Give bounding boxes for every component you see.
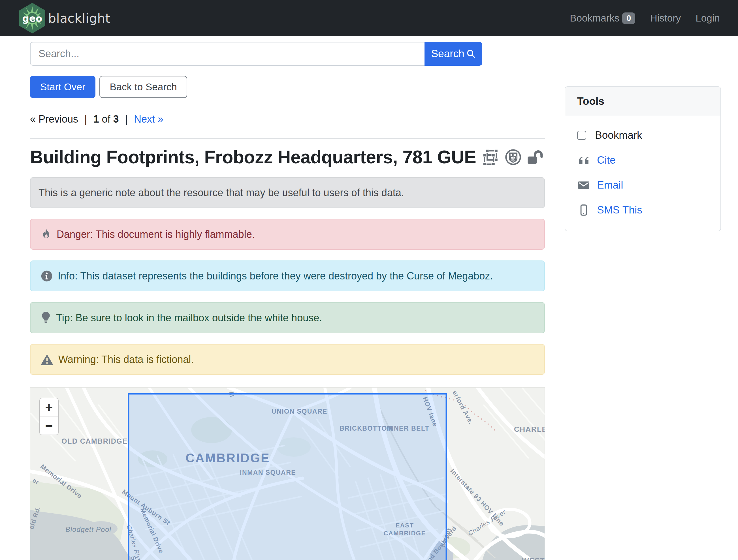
divider <box>30 138 545 139</box>
next-link[interactable]: Next » <box>134 113 163 125</box>
tip-alert-text: Tip: Be sure to look in the mailbox outs… <box>56 312 322 324</box>
bookmarks-count-badge: 0 <box>622 12 635 24</box>
total-pages: 3 <box>113 113 119 125</box>
mobile-phone-icon <box>577 204 590 216</box>
bookmark-tool: Bookmark <box>577 129 709 141</box>
info-alert-text: Info: This dataset represents the buildi… <box>58 269 493 282</box>
cite-link[interactable]: Cite <box>597 154 616 166</box>
search-input[interactable] <box>30 42 424 66</box>
sms-tool: SMS This <box>577 204 709 216</box>
email-link[interactable]: Email <box>597 179 623 191</box>
pagination: « Previous | 1 of 3 | Next » <box>30 113 545 125</box>
zoom-in-button[interactable]: + <box>40 398 58 417</box>
main-content: Search Start Over Back to Search « Previ… <box>30 36 545 560</box>
search-button-label: Search <box>431 48 464 60</box>
resource-note-text: This is a generic note about the resourc… <box>38 186 404 199</box>
search-button[interactable]: Search <box>424 42 482 66</box>
geoblacklight-logo[interactable]: geo blacklight <box>18 2 110 34</box>
email-tool: Email <box>577 179 709 191</box>
map[interactable]: OLD CAMBRIDGEUNION SQUAREBRICKBOTTOMINNE… <box>30 387 545 560</box>
of-label: of <box>102 113 110 125</box>
bookmark-label: Bookmark <box>595 129 642 141</box>
previous-link[interactable]: « Previous <box>30 113 78 125</box>
sidebar: Tools Bookmark Cite Email <box>565 86 721 231</box>
result-actions: Start Over Back to Search <box>30 76 545 98</box>
sms-link[interactable]: SMS This <box>597 204 642 216</box>
bookmark-checkbox[interactable] <box>577 131 586 140</box>
map-zoom-control: + − <box>39 398 59 435</box>
title-icons <box>482 149 543 166</box>
search-bar: Search <box>30 42 482 66</box>
unlock-icon <box>527 149 543 165</box>
cite-tool: Cite <box>577 154 709 166</box>
tools-card: Tools Bookmark Cite Email <box>565 86 721 231</box>
flame-icon <box>41 228 51 241</box>
tools-header: Tools <box>565 87 720 116</box>
bounding-box-overlay <box>128 394 446 560</box>
tip-alert: Tip: Be sure to look in the mailbox outs… <box>30 302 545 333</box>
navbar: geo blacklight Bookmarks0 History Login <box>0 0 738 36</box>
login-link[interactable]: Login <box>696 12 720 24</box>
zoom-out-button[interactable]: − <box>40 417 58 435</box>
polygon-geometry-icon <box>482 149 499 166</box>
start-over-button[interactable]: Start Over <box>30 76 95 98</box>
info-alert: Info: This dataset represents the buildi… <box>30 260 545 291</box>
lightbulb-icon <box>41 311 51 324</box>
danger-alert-text: Danger: This document is highly flammabl… <box>57 228 255 241</box>
search-icon <box>466 49 476 59</box>
title-row: Building Footprints, Frobozz Headquarter… <box>30 147 545 168</box>
envelope-icon <box>577 181 590 190</box>
geoblacklight-hexagon-icon: geo <box>18 2 46 34</box>
map-label: Blodgett Pool <box>65 525 111 533</box>
warning-triangle-icon <box>41 354 53 365</box>
info-circle-icon <box>41 270 53 282</box>
bookmarks-link[interactable]: Bookmarks0 <box>570 12 635 24</box>
basemap: OLD CAMBRIDGEUNION SQUAREBRICKBOTTOMINNE… <box>30 388 545 560</box>
history-link[interactable]: History <box>650 12 681 24</box>
brand-geo-text: geo <box>22 13 42 24</box>
current-page: 1 <box>93 113 99 125</box>
map-label: OLD CAMBRIDGE <box>61 437 127 445</box>
warning-alert-text: Warning: This data is fictional. <box>58 353 194 366</box>
page-title: Building Footprints, Frobozz Headquarter… <box>30 147 476 168</box>
quote-icon <box>577 156 590 165</box>
map-label: CHARLES <box>514 425 545 434</box>
institution-seal-icon <box>505 149 521 165</box>
back-to-search-button[interactable]: Back to Search <box>99 76 187 98</box>
resource-note: This is a generic note about the resourc… <box>30 177 545 208</box>
warning-alert: Warning: This data is fictional. <box>30 344 545 375</box>
danger-alert: Danger: This document is highly flammabl… <box>30 219 545 250</box>
navbar-links: Bookmarks0 History Login <box>570 12 720 24</box>
brand-text: blacklight <box>48 11 110 25</box>
map-label: WEST END <box>522 556 545 560</box>
